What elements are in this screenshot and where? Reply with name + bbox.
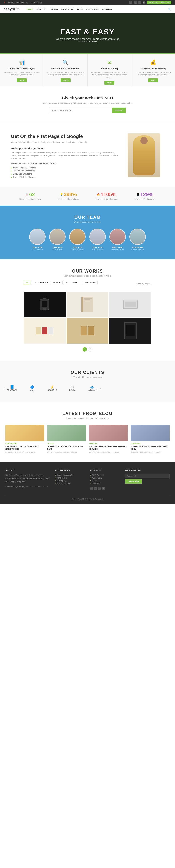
client-4-icon: 🐟 bbox=[90, 385, 95, 389]
facebook-icon[interactable]: f bbox=[130, 1, 132, 4]
blog-posts: LIVE SUPPORT LIVE SUPPORT, KEY OF AN END… bbox=[5, 425, 170, 453]
footer-company-2[interactable]: TEAM bbox=[90, 479, 120, 482]
feature-3-title: Pay Per Click Marketing bbox=[134, 67, 172, 70]
member-5-name: David Brown bbox=[130, 246, 146, 248]
nav-resources[interactable]: RESOURCES bbox=[86, 8, 99, 10]
team-title: OUR TEAM bbox=[4, 215, 171, 220]
filter-web-sites[interactable]: WEB SITES bbox=[83, 281, 97, 284]
hero-title: FAST & EASY bbox=[60, 28, 114, 36]
footer-categories-title: CATEGORIES bbox=[55, 469, 85, 472]
blog-post-3-image bbox=[131, 425, 170, 441]
help-title: We help your site get found. bbox=[11, 147, 120, 150]
footer-cat-0[interactable]: Cloud Computing (2) bbox=[55, 474, 85, 476]
member-2-role: Graphic Designer bbox=[69, 248, 86, 250]
footer-company-title: COMPANY bbox=[90, 469, 120, 472]
stat-3-row: 📱 129% bbox=[126, 191, 164, 197]
filter-mobile[interactable]: MOBILE bbox=[51, 281, 63, 284]
nav-blog[interactable]: BLOG bbox=[77, 8, 83, 10]
blog-post-0: LIVE SUPPORT LIVE SUPPORT, KEY OF AN END… bbox=[5, 425, 44, 453]
footer-company-1[interactable]: PORTFOLIO bbox=[90, 476, 120, 479]
team-member-5: David Brown Content Manager bbox=[130, 228, 146, 250]
footer-cat-3[interactable]: Tech Industries (8) bbox=[55, 482, 85, 485]
footer-bottom: © 2015 EasySEO. All Rights Reserved. bbox=[5, 495, 170, 500]
seo-url-input[interactable] bbox=[49, 107, 112, 113]
filter-illustrations[interactable]: ILLUSTRATIONS bbox=[31, 281, 50, 284]
footer-facebook-icon[interactable]: f bbox=[90, 487, 93, 490]
client-2: ⚡ ACCURAS bbox=[45, 384, 60, 393]
blog-post-3-title[interactable]: WEEKLY MEETING IN COMPANIES THINK ROOM bbox=[131, 445, 170, 451]
seo-check-subtitle: Enter your website address along with yo… bbox=[4, 102, 171, 104]
member-1-name: Ted Norton bbox=[49, 246, 66, 248]
filter-photography[interactable]: PHOTOGRAPHY bbox=[63, 281, 82, 284]
youtube-icon[interactable]: y bbox=[138, 1, 141, 4]
nav-case-study[interactable]: CASE STUDY bbox=[61, 8, 74, 10]
member-0-role: CEO / Founder bbox=[29, 248, 45, 250]
footer-youtube-icon[interactable]: y bbox=[98, 487, 101, 490]
blog-post-3: COMPANIES WEEKLY MEETING IN COMPANIES TH… bbox=[131, 425, 170, 453]
first-page-heading: Get On the First Page of Google bbox=[11, 133, 120, 140]
blog-post-1-title[interactable]: TRAFFIC CONTROL TEST BY NEW YORK CARS bbox=[47, 445, 86, 451]
blog-post-2-title[interactable]: STRONG SERVERS, CUSTOMER FRIENDLY SERVIC… bbox=[89, 445, 128, 451]
feature-1-btn[interactable]: MORE bbox=[61, 79, 71, 82]
page-2-btn[interactable]: 2 bbox=[88, 347, 93, 351]
nav-services[interactable]: SERVICES bbox=[36, 8, 46, 10]
feature-3-btn[interactable]: MORE bbox=[148, 79, 158, 82]
member-5-photo bbox=[130, 228, 146, 245]
work-item-1[interactable] bbox=[67, 292, 109, 317]
twitter-icon[interactable]: t bbox=[134, 1, 137, 4]
footer-company-3[interactable]: CONTACT bbox=[90, 482, 120, 485]
feature-2-btn[interactable]: MORE bbox=[104, 81, 114, 85]
logo-easy: easy bbox=[4, 7, 12, 11]
nav-home[interactable]: HOME bbox=[27, 8, 33, 10]
stat-2-icon: 🔥 bbox=[97, 193, 100, 196]
client-1: 🔷 msp bbox=[25, 384, 40, 393]
seo-check-section: Check your Website's SEO Enter your webs… bbox=[0, 87, 175, 122]
client-3-name: Infinite bbox=[69, 389, 75, 391]
seo-submit-btn[interactable]: SUBMIT bbox=[112, 107, 126, 113]
team-members: Jane Smith CEO / Founder Ted Norton Chie… bbox=[4, 228, 171, 250]
newsletter-subscribe-btn[interactable]: SUBSCRIBE bbox=[125, 479, 142, 484]
member-1-photo bbox=[49, 228, 66, 245]
work-item-4[interactable] bbox=[67, 318, 109, 343]
member-5-img bbox=[130, 229, 145, 244]
clients-next-arrow[interactable]: › bbox=[100, 386, 101, 390]
footer-cat-2[interactable]: Security (7) bbox=[55, 479, 85, 482]
footer-address-text: Address: 302, Brooklyn, New York Tel: 94… bbox=[5, 485, 50, 488]
feature-online-presence: 📊 Online Presence Analysis Our analysts … bbox=[0, 54, 44, 87]
footer-twitter-icon[interactable]: t bbox=[94, 487, 97, 490]
sort-dropdown[interactable]: SORT BY TITLE ▾ bbox=[136, 283, 151, 285]
work-item-2[interactable] bbox=[109, 292, 151, 317]
footer-company-0[interactable]: WHAT WE DO bbox=[90, 474, 120, 476]
team-member-2: Tony Scott Graphic Designer bbox=[69, 228, 86, 250]
service-1: Pay Per Click Management bbox=[11, 169, 120, 173]
top-bar-right: f t y in START FREE ANALYSIS bbox=[130, 1, 171, 4]
work-item-0[interactable] bbox=[24, 292, 66, 317]
works-filter-row: All ILLUSTRATIONS MOBILE PHOTOGRAPHY WEB… bbox=[24, 281, 151, 288]
footer-linkedin-icon[interactable]: in bbox=[102, 487, 105, 490]
feature-0-btn[interactable]: MORE bbox=[17, 79, 27, 82]
blog-post-2-image bbox=[89, 425, 128, 441]
page-1-btn[interactable]: 1 bbox=[82, 347, 87, 351]
cta-phone-button[interactable]: START FREE ANALYSIS bbox=[147, 1, 171, 4]
work-item-3[interactable] bbox=[24, 318, 66, 343]
logo[interactable]: easySEO bbox=[4, 7, 20, 11]
member-0-photo bbox=[29, 228, 45, 245]
member-2-name: Tony Scott bbox=[69, 246, 86, 248]
footer-cat-1[interactable]: Marketing (4) bbox=[55, 476, 85, 479]
search-icon[interactable]: 🔍 bbox=[168, 8, 171, 11]
filter-all[interactable]: All bbox=[24, 281, 30, 284]
client-1-icon: 🔷 bbox=[30, 385, 34, 389]
team-section: OUR TEAM We're working hard to be best. … bbox=[0, 206, 175, 259]
blog-post-0-title[interactable]: LIVE SUPPORT, KEY OF AN ENDLESS SATISFAC… bbox=[5, 445, 44, 451]
top-bar: 📍 Brooklyn, New York 📞 +1 234 56789 f t … bbox=[0, 0, 175, 5]
member-5-role: Content Manager bbox=[130, 248, 146, 250]
clients-prev-arrow[interactable]: ‹ bbox=[4, 386, 5, 390]
logo-seo: SEO bbox=[12, 7, 20, 11]
first-page-image bbox=[128, 133, 164, 177]
work-item-5[interactable] bbox=[109, 318, 151, 343]
nav-pricing[interactable]: PRICING bbox=[49, 8, 58, 10]
nav-contact[interactable]: CONTACT bbox=[102, 8, 112, 10]
stat-0-icon: 📈 bbox=[25, 193, 28, 196]
newsletter-email-input[interactable] bbox=[125, 474, 170, 478]
linkedin-icon[interactable]: in bbox=[143, 1, 145, 4]
